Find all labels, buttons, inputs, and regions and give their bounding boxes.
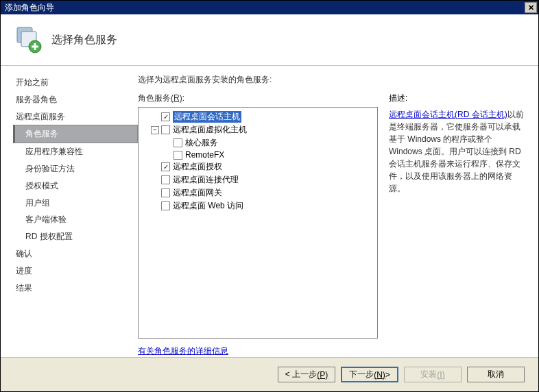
tree-checkbox[interactable] <box>173 138 182 147</box>
description-link[interactable]: 远程桌面会话主机(RD 会话主机) <box>389 110 507 119</box>
roles-column: 角色服务(R): ✓远程桌面会话主机−远程桌面虚拟化主机核心服务RemoteFX… <box>138 93 378 357</box>
tree-row[interactable]: 远程桌面连接代理 <box>140 173 376 186</box>
sidebar-item[interactable]: 角色服务 <box>13 125 138 143</box>
roles-tree[interactable]: ✓远程桌面会话主机−远程桌面虚拟化主机核心服务RemoteFX✓远程桌面授权远程… <box>138 107 378 339</box>
content-columns: 角色服务(R): ✓远程桌面会话主机−远程桌面虚拟化主机核心服务RemoteFX… <box>138 93 526 357</box>
tree-checkbox[interactable] <box>161 125 170 134</box>
tree-toggle-icon[interactable]: − <box>151 126 159 134</box>
sidebar-item[interactable]: 服务器角色 <box>13 91 138 108</box>
previous-button[interactable]: < 上一步(P) <box>278 367 335 382</box>
tree-checkbox[interactable] <box>173 151 182 160</box>
roles-label: 角色服务(R): <box>138 93 378 104</box>
page-title: 选择角色服务 <box>51 33 117 47</box>
tree-checkbox[interactable]: ✓ <box>161 112 170 121</box>
tree-row[interactable]: −远程桌面虚拟化主机 <box>140 123 376 136</box>
sidebar-item[interactable]: RD 授权配置 <box>13 228 138 245</box>
titlebar: 添加角色向导 ✕ <box>1 1 538 14</box>
tree-item-label: 远程桌面 Web 访问 <box>173 200 243 212</box>
tree-checkbox[interactable] <box>161 175 170 184</box>
tree-item-label: 远程桌面连接代理 <box>173 174 239 186</box>
wizard-window: 添加角色向导 ✕ 选择角色服务 开始之前服务器角色远程桌面服务角色服务应用程序兼… <box>0 0 539 392</box>
sidebar-item[interactable]: 远程桌面服务 <box>13 108 138 125</box>
tree-row[interactable]: 远程桌面网关 <box>140 186 376 199</box>
tree-row[interactable]: RemoteFX <box>140 149 376 160</box>
sidebar-item[interactable]: 授权模式 <box>13 177 138 195</box>
more-info-link-container: 有关角色服务的详细信息 <box>138 345 378 357</box>
tree-row[interactable]: 核心服务 <box>140 136 376 149</box>
tree-row[interactable]: ✓远程桌面会话主机 <box>140 110 376 123</box>
footer: < 上一步(P) 下一步(N) > 安装(I) 取消 <box>1 357 538 391</box>
tree-checkbox[interactable] <box>161 201 170 210</box>
tree-checkbox[interactable]: ✓ <box>161 162 170 171</box>
sidebar-item[interactable]: 用户组 <box>13 195 138 212</box>
cancel-button[interactable]: 取消 <box>467 367 525 382</box>
description-body: 以前是终端服务器，它使服务器可以承载基于 Windows 的程序或整个 Wind… <box>389 110 524 193</box>
description-text: 远程桌面会话主机(RD 会话主机)以前是终端服务器，它使服务器可以承载基于 Wi… <box>389 108 526 195</box>
tree-item-label: 远程桌面授权 <box>173 161 222 173</box>
window-title: 添加角色向导 <box>5 2 525 14</box>
close-button[interactable]: ✕ <box>525 2 537 13</box>
main-panel: 选择为远程桌面服务安装的角色服务: 角色服务(R): ✓远程桌面会话主机−远程桌… <box>138 66 538 357</box>
tree-row[interactable]: 远程桌面 Web 访问 <box>140 199 376 212</box>
sidebar-item[interactable]: 应用程序兼容性 <box>13 143 138 160</box>
close-icon: ✕ <box>528 3 534 12</box>
tree-item-label: 核心服务 <box>185 137 218 149</box>
next-button[interactable]: 下一步(N) > <box>341 367 398 382</box>
sidebar-item[interactable]: 身份验证方法 <box>13 160 138 177</box>
sidebar-item[interactable]: 开始之前 <box>13 74 138 91</box>
svg-rect-4 <box>32 46 38 48</box>
body: 开始之前服务器角色远程桌面服务角色服务应用程序兼容性身份验证方法授权模式用户组客… <box>1 66 538 357</box>
tree-item-label: 远程桌面网关 <box>173 187 222 199</box>
sidebar-item[interactable]: 客户端体验 <box>13 211 138 228</box>
instruction-text: 选择为远程桌面服务安装的角色服务: <box>138 74 526 86</box>
install-button: 安装(I) <box>404 367 462 382</box>
more-info-link[interactable]: 有关角色服务的详细信息 <box>138 346 228 356</box>
header: 选择角色服务 <box>1 14 538 66</box>
sidebar-item[interactable]: 进度 <box>13 262 138 280</box>
tree-row[interactable]: ✓远程桌面授权 <box>140 160 376 173</box>
tree-item-label: RemoteFX <box>185 150 224 160</box>
description-column: 描述: 远程桌面会话主机(RD 会话主机)以前是终端服务器，它使服务器可以承载基… <box>389 93 526 357</box>
description-label: 描述: <box>389 93 526 104</box>
sidebar-item[interactable]: 确认 <box>13 245 138 262</box>
tree-item-label: 远程桌面虚拟化主机 <box>173 124 247 136</box>
wizard-icon <box>13 25 43 55</box>
sidebar-item[interactable]: 结果 <box>13 280 138 297</box>
tree-item-label: 远程桌面会话主机 <box>173 111 241 123</box>
tree-checkbox[interactable] <box>161 188 170 197</box>
sidebar: 开始之前服务器角色远程桌面服务角色服务应用程序兼容性身份验证方法授权模式用户组客… <box>1 66 138 357</box>
